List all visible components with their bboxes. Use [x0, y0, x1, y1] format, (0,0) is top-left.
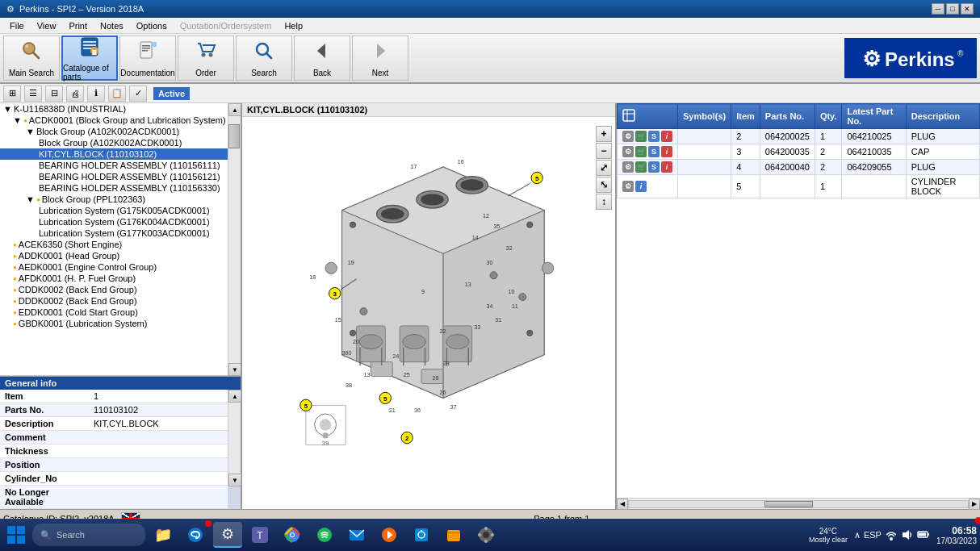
info-scroll-up[interactable]: ▲ [228, 390, 241, 403]
zoom-height-button[interactable]: ↕ [596, 194, 612, 210]
menu-help[interactable]: Help [278, 19, 309, 32]
menu-view[interactable]: View [31, 19, 63, 32]
scroll-left-arrow[interactable]: ◀ [617, 499, 628, 510]
toolbar-order[interactable]: Order [178, 35, 234, 81]
zoom-fit-button[interactable]: ⤢ [596, 160, 612, 176]
scroll-thumb[interactable] [228, 124, 240, 148]
tree-item-dddk[interactable]: ● DDDK0002 (Back End Group) [0, 295, 228, 307]
cart-icon[interactable]: 🛒 [635, 131, 647, 142]
sub-btn-5[interactable]: ℹ [87, 86, 105, 102]
tree-item-addk[interactable]: ● ADDK0001 (Head Group) [0, 250, 228, 261]
tree-item-gbdk[interactable]: ● GBDK0001 (Lubrication System) [0, 318, 228, 329]
h-scroll-thumb[interactable] [764, 501, 813, 507]
tree-area[interactable]: ▼ K-U116838D (INDUSTRIAL) ▼ ● ACDK0001 (… [0, 103, 228, 376]
start-button[interactable] [3, 522, 29, 548]
minimize-button[interactable]: ─ [932, 3, 944, 15]
info-scrollbar[interactable]: ▲ ▼ [228, 390, 241, 486]
menu-file[interactable]: File [3, 19, 31, 32]
table-row[interactable]: ⚙ 🛒 S i 4 064200040 2 064209055 PLUG [618, 160, 980, 175]
parts-table-container[interactable]: Symbol(s) Item Parts No. Qty. Latest Par… [617, 103, 980, 498]
tree-item-eddk[interactable]: ● EDDK0001 (Cold Start Group) [0, 307, 228, 318]
gear-icon[interactable]: ⚙ [622, 181, 634, 192]
taskbar-search[interactable]: 🔍 Search [32, 524, 145, 546]
tree-item-block1[interactable]: ▼ Block Group (A102K002ACDK0001) [0, 126, 228, 137]
scroll-track[interactable] [228, 116, 241, 363]
tree-item-kitcyl[interactable]: KIT,CYL.BLOCK (110103102) [0, 148, 228, 160]
tree-item-aedk[interactable]: ● AEDK0001 (Engine Control Group) [0, 261, 228, 273]
restore-button[interactable]: □ [946, 3, 959, 15]
taskbar-settings[interactable] [471, 522, 500, 548]
zoom-out-button[interactable]: − [596, 143, 612, 159]
toolbar-back[interactable]: Back [294, 35, 350, 81]
s-icon[interactable]: S [648, 146, 660, 157]
info-icon[interactable]: i [661, 146, 672, 157]
scroll-right-arrow[interactable]: ▶ [969, 499, 980, 510]
tree-item-block3[interactable]: ▼ ● Block Group (PPL102363) [0, 194, 228, 205]
tree-item-bearing3[interactable]: BEARING HOLDER ASSEMBLY (110156330) [0, 182, 228, 194]
gear-icon[interactable]: ⚙ [622, 131, 634, 142]
tree-item-afdk[interactable]: ● AFDK0001 (H. P. Fuel Group) [0, 273, 228, 284]
gear-icon[interactable]: ⚙ [622, 161, 634, 173]
menu-notes[interactable]: Notes [94, 19, 130, 32]
s-icon[interactable]: S [648, 161, 660, 173]
s-icon[interactable]: S [648, 131, 660, 142]
taskbar-perkins[interactable]: ⚙ [213, 522, 242, 548]
cart-icon[interactable]: 🛒 [635, 161, 647, 173]
toolbar-search[interactable]: Search [236, 35, 292, 81]
close-button[interactable]: ✕ [961, 3, 974, 15]
info-label-nla: No Longer Available [0, 486, 89, 509]
tree-item-bearing2[interactable]: BEARING HOLDER ASSEMBLY (110156121) [0, 171, 228, 182]
sub-btn-4[interactable]: 🖨 [66, 86, 84, 102]
tree-item-acek[interactable]: ● ACEK6350 (Short Engine) [0, 239, 228, 250]
taskbar-chrome[interactable] [278, 522, 307, 548]
tree-item-block2[interactable]: Block Group (A102K002ACDK0001) [0, 137, 228, 148]
tree-item-lube1[interactable]: Lubrication System (G175K005ACDK0001) [0, 205, 228, 216]
toolbar-documentation[interactable]: Documentation [119, 35, 176, 81]
table-row[interactable]: ⚙ 🛒 S i 2 064200025 1 064210025 PLUG [618, 129, 980, 144]
taskbar-mail[interactable] [342, 522, 371, 548]
tree-item-cddk[interactable]: ● CDDK0002 (Back End Group) [0, 284, 228, 295]
scroll-down-arrow[interactable]: ▼ [228, 363, 241, 376]
zoom-in-button[interactable]: + [596, 126, 612, 142]
table-row[interactable]: ⚙ i 5 1 CYLINDER BLOCK [618, 175, 980, 198]
tree-root[interactable]: ▼ K-U116838D (INDUSTRIAL) [0, 103, 228, 115]
tree-item-lube2[interactable]: Lubrication System (G176K004ACDK0001) [0, 216, 228, 227]
taskbar-files[interactable] [439, 522, 468, 548]
sub-btn-3[interactable]: ⊟ [45, 86, 63, 102]
sub-btn-2[interactable]: ☰ [24, 86, 42, 102]
tree-item-acdk[interactable]: ▼ ● ACDK0001 (Block Group and Lubricatio… [0, 115, 228, 126]
info-icon[interactable]: i [661, 131, 672, 142]
scroll-up-arrow[interactable]: ▲ [228, 103, 241, 116]
h-scroll-track[interactable] [628, 500, 969, 508]
info-icon[interactable]: i [661, 161, 672, 173]
info-scroll-down[interactable]: ▼ [228, 474, 241, 486]
tree-item-bearing1[interactable]: BEARING HOLDER ASSEMBLY (110156111) [0, 160, 228, 171]
menu-quotation[interactable]: Quotation/Ordersystem [174, 19, 279, 32]
zoom-reset-button[interactable]: ⤡ [596, 177, 612, 193]
taskbar-spotify[interactable] [310, 522, 339, 548]
sub-btn-6[interactable]: 📋 [108, 86, 126, 102]
sub-btn-7[interactable]: ✓ [129, 86, 147, 102]
info-row-item: Item 1 [0, 390, 228, 403]
parts-h-scrollbar[interactable]: ◀ ▶ [617, 498, 980, 509]
toolbar-next[interactable]: Next [352, 35, 408, 81]
toolbar-main-search[interactable]: Main Search [3, 35, 60, 81]
sub-btn-1[interactable]: ⊞ [3, 86, 21, 102]
toolbar-catalogue[interactable]: 📋 Catalogue of parts [61, 35, 118, 81]
taskbar-arrow[interactable] [375, 522, 404, 548]
tree-item-lube3[interactable]: Lubrication System (G177K003ACDK0001) [0, 227, 228, 239]
mail-icon [349, 527, 365, 543]
cart-icon[interactable]: 🛒 [635, 146, 647, 157]
tree-scrollbar[interactable]: ▲ ▼ [228, 103, 241, 376]
expand-tray-icon[interactable]: ∧ [854, 530, 861, 541]
taskbar-teams[interactable]: T [245, 522, 274, 548]
taskbar-edge[interactable] [181, 522, 210, 548]
taskbar-file-manager[interactable]: 📁 [149, 522, 178, 548]
gear-icon[interactable]: ⚙ [622, 146, 634, 157]
menu-print[interactable]: Print [62, 19, 94, 32]
taskbar-remote[interactable] [407, 522, 436, 548]
info-blue-icon[interactable]: i [635, 181, 647, 192]
table-row[interactable]: ⚙ 🛒 S i 3 064200035 2 064210035 CAP [618, 144, 980, 160]
info-scroll-track[interactable] [228, 403, 241, 474]
menu-options[interactable]: Options [130, 19, 174, 32]
